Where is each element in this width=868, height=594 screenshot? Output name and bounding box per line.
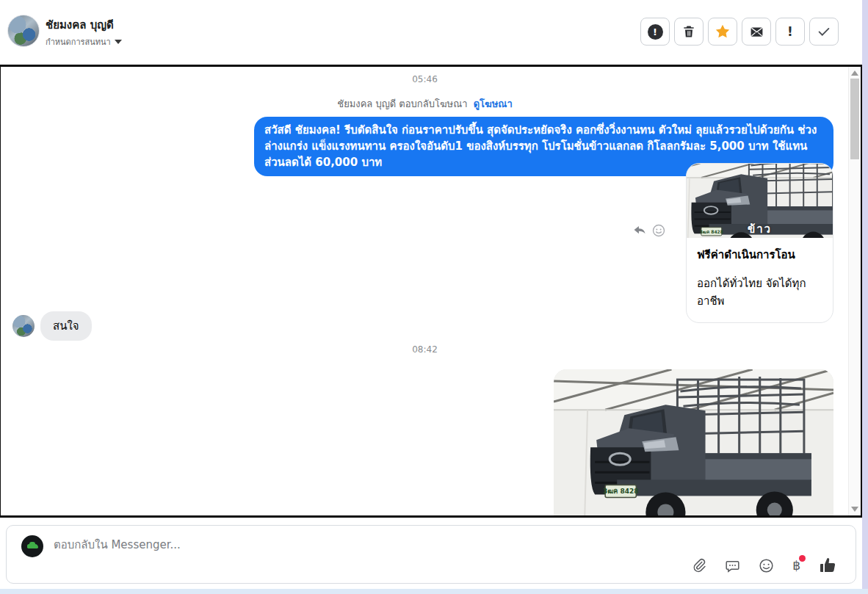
thumbs-up-icon — [819, 557, 836, 574]
paperclip-icon — [692, 558, 706, 573]
exclamation-icon: ! — [787, 24, 793, 39]
view-ad-link[interactable]: ดูโฆษณา — [474, 98, 513, 109]
timestamp: 05:46 — [1, 74, 849, 84]
chevron-down-icon — [115, 40, 122, 44]
emoji-button[interactable] — [759, 558, 774, 573]
chat-panel: 05:46 ชัยมงคล บุญดี ตอบกลับโฆษณา ดูโฆษณา… — [0, 65, 862, 518]
mark-done-button[interactable] — [809, 18, 839, 46]
ad-attachment-card[interactable]: ข้าว ฟรีค่าดำเนินการโอน ออกได้ทั่วไทย จั… — [686, 163, 833, 323]
page-logo-car-icon — [27, 544, 38, 548]
scroll-down-arrow-icon[interactable] — [851, 507, 858, 512]
ad-card-title: ฟรีค่าดำเนินการโอน — [697, 246, 822, 264]
page-bottom-strip — [0, 589, 868, 594]
browser-scrollbar-track[interactable] — [862, 0, 868, 589]
chat-scrollbar[interactable] — [848, 67, 861, 515]
smiley-icon — [759, 558, 774, 573]
truck-photo-image — [554, 369, 833, 515]
ad-card-subtitle: ออกได้ทั่วไทย จัดได้ทุกอาชีพ — [697, 275, 822, 310]
star-button[interactable] — [708, 18, 737, 46]
attach-button[interactable] — [692, 558, 706, 573]
baht-icon: ฿ — [792, 559, 800, 572]
contact-name: ชัยมงคล บุญดี — [46, 16, 114, 34]
toolbar: ! ! — [640, 18, 839, 46]
page-avatar — [21, 535, 43, 557]
payment-button[interactable]: ฿ — [792, 559, 800, 572]
saved-replies-button[interactable] — [725, 558, 740, 573]
mark-unread-button[interactable] — [742, 18, 771, 46]
ad-card-image: ข้าว — [687, 164, 833, 238]
trash-icon — [681, 24, 696, 39]
comment-dots-icon — [725, 558, 740, 573]
ad-reply-system-message: ชัยมงคล บุญดี ตอบกลับโฆษณา ดูโฆษณา — [1, 96, 849, 112]
ad-card-body: ฟรีค่าดำเนินการโอน ออกได้ทั่วไทย จัดได้ท… — [687, 238, 833, 322]
conversation-label-dropdown[interactable]: กำหนดการสนทนา — [46, 35, 122, 48]
contact-avatar-small[interactable] — [12, 315, 35, 337]
reply-composer: ฿ — [6, 525, 856, 584]
reply-icon[interactable] — [633, 223, 647, 237]
image-watermark: ข้าว — [748, 220, 772, 238]
timestamp: 08:42 — [1, 344, 849, 355]
message-hover-actions — [633, 223, 665, 237]
check-icon — [816, 23, 832, 40]
reply-input[interactable] — [54, 538, 568, 551]
delete-button[interactable] — [674, 18, 704, 46]
star-icon — [715, 23, 731, 40]
incoming-message-row: สนใจ — [12, 311, 92, 341]
outgoing-photo-message[interactable] — [554, 369, 833, 515]
report-alert-circle-icon: ! — [648, 24, 663, 40]
incoming-message-bubble[interactable]: สนใจ — [40, 311, 92, 341]
emoji-react-icon[interactable] — [652, 224, 665, 237]
contact-avatar[interactable] — [7, 15, 40, 47]
system-text: ชัยมงคล บุญดี ตอบกลับโฆษณา — [337, 98, 467, 109]
conversation-header: ชัยมงคล บุญดี กำหนดการสนทนา ! ! — [0, 0, 862, 65]
scroll-up-arrow-icon[interactable] — [851, 70, 858, 76]
mark-important-button[interactable]: ! — [775, 18, 805, 46]
message-list: 05:46 ชัยมงคล บุญดี ตอบกลับโฆษณา ดูโฆษณา… — [1, 67, 849, 515]
report-button[interactable]: ! — [640, 18, 670, 46]
composer-actions: ฿ — [692, 557, 836, 574]
envelope-icon — [749, 24, 764, 40]
scrollbar-thumb[interactable] — [850, 79, 859, 159]
conversation-label: กำหนดการสนทนา — [46, 35, 111, 48]
notification-dot — [799, 555, 806, 562]
like-button[interactable] — [819, 557, 836, 574]
